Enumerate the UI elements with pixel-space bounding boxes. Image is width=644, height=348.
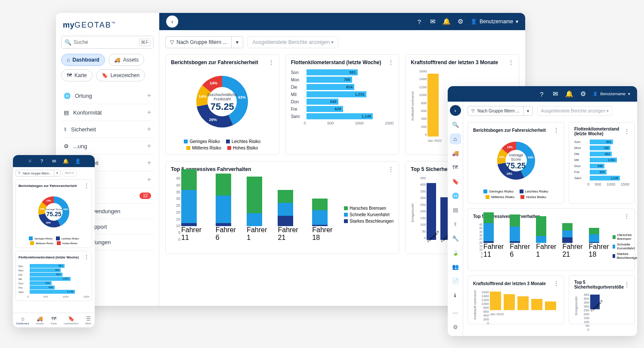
- card-menu-icon[interactable]: ⋮: [508, 59, 514, 66]
- safety-icon[interactable]: ⚕: [450, 219, 461, 230]
- pill-icon: ⌂: [67, 57, 70, 63]
- svg-text:14%: 14%: [210, 81, 217, 85]
- phone-window: ⑂ ? ✉ 🔔 👤 ▽ Nach Gruppe filtern...▾ Mehr…: [13, 155, 95, 327]
- expand-sidebar-button[interactable]: ›: [450, 105, 461, 116]
- pill-assets[interactable]: 🚚Assets: [108, 54, 144, 66]
- phone-tabbar: ⌂Dashboard🚚Assets🗺Karte🔖Lesezeichen☰Mehr: [13, 313, 95, 327]
- help-icon[interactable]: ?: [415, 18, 423, 25]
- nav-icon: 🌐: [64, 93, 71, 99]
- hidden-reports-toggle[interactable]: Ausgeblendete Berichte anzeigen ▾: [537, 106, 613, 116]
- user-icon: 👤: [471, 19, 477, 25]
- pill-icon: 🔖: [102, 72, 108, 78]
- bell-icon[interactable]: 🔔: [62, 157, 70, 165]
- svg-text:29%: 29%: [506, 172, 512, 175]
- bar-row: Sam1,145: [19, 290, 89, 294]
- bell-icon[interactable]: 🔔: [443, 18, 451, 25]
- svg-text:14%: 14%: [40, 208, 44, 210]
- gear-icon[interactable]: ⚙: [457, 18, 464, 25]
- svg-text:43%: 43%: [238, 95, 246, 99]
- nav-icon: ▤: [64, 109, 69, 116]
- user-menu[interactable]: 👤 Benutzername ▾: [471, 19, 518, 25]
- user-menu[interactable]: 👤Benutzername ▾: [593, 92, 630, 96]
- mail-icon[interactable]: ✉: [429, 18, 437, 25]
- pill-karte[interactable]: 🗺Karte: [61, 69, 93, 81]
- toolbar: ▽Nach Gruppe filtern ... ▾ Ausgeblendete…: [165, 36, 519, 48]
- globe-icon[interactable]: 🌐: [450, 190, 461, 201]
- report-icon[interactable]: 📄: [450, 276, 461, 286]
- gear-icon[interactable]: ⚙: [579, 90, 587, 98]
- pill-icon: 🚚: [114, 57, 121, 63]
- user-icon: 👤: [593, 92, 598, 96]
- hidden-reports-toggle[interactable]: Ausgeblendete Berichte anzeigen ▾: [248, 36, 338, 48]
- wrench-icon[interactable]: 🔧: [450, 233, 461, 244]
- tab-karte[interactable]: 🗺Karte: [51, 316, 57, 325]
- group-filter[interactable]: ▽ Nach Gruppe filtern...▾: [15, 170, 61, 177]
- group-filter[interactable]: ▽ Nach Gruppe filtern ...▾: [468, 106, 533, 116]
- card-menu-icon[interactable]: ⋮: [388, 59, 393, 66]
- svg-text:14%: 14%: [199, 94, 207, 99]
- pill-lesezeichen[interactable]: 🔖Lesezeichen: [96, 69, 145, 81]
- home-icon[interactable]: ⌂: [450, 134, 461, 144]
- bar-row: Fre629: [574, 170, 629, 174]
- bar-row: Don549: [574, 164, 629, 168]
- temp-icon[interactable]: 🌡: [450, 290, 461, 301]
- svg-text:14%: 14%: [499, 155, 505, 158]
- bar-row: Die824: [574, 152, 629, 156]
- bar-row: Die824: [19, 273, 89, 277]
- mail-icon[interactable]: ✉: [551, 90, 559, 98]
- map-icon[interactable]: 🗺: [450, 162, 461, 173]
- bell-icon[interactable]: 🔔: [565, 90, 573, 98]
- hierarchy-icon[interactable]: ⑂: [26, 157, 34, 165]
- pill-icon: 🗺: [67, 72, 72, 78]
- tab-assets[interactable]: 🚚Assets: [36, 316, 44, 325]
- nav-item[interactable]: ⚙...ung+: [61, 138, 154, 155]
- filter-icon: ▽: [170, 39, 174, 45]
- nav-item[interactable]: 🌐Ortung+: [61, 87, 154, 104]
- card-menu-icon[interactable]: ⋮: [268, 59, 274, 66]
- card-title: Flottenkilometerstand (letzte Woche): [291, 59, 381, 65]
- more-toggle[interactable]: Mehr ▾: [62, 170, 77, 177]
- user-icon[interactable]: 👤: [74, 157, 82, 165]
- mail-icon[interactable]: ✉: [50, 157, 58, 165]
- nav-item[interactable]: ⚕Sicherheit+: [61, 121, 154, 138]
- bar-row: Sam1,145: [574, 176, 629, 180]
- group-icon[interactable]: 👥: [450, 261, 461, 272]
- card-driver-safety: Berichtsbogen zur Fahrersicherheit⋮ 43%2…: [165, 54, 279, 155]
- logo: myGEOTAB™: [61, 17, 154, 36]
- search-icon: 🔍: [65, 39, 71, 46]
- bar-row: Don549: [19, 281, 89, 285]
- group-filter[interactable]: ▽Nach Gruppe filtern ... ▾: [165, 36, 243, 48]
- nav-icon: ⚕: [64, 126, 67, 133]
- search-shortcut: ⌘F: [139, 39, 150, 46]
- card-title: Berichtsbogen zur Fahrersicherheit: [171, 59, 258, 65]
- more-icon[interactable]: ⋯: [450, 308, 461, 318]
- collapse-sidebar-button[interactable]: ‹: [166, 16, 178, 28]
- help-icon[interactable]: ?: [38, 157, 46, 165]
- gear-icon[interactable]: ⚙: [450, 322, 461, 332]
- pill-dashboard[interactable]: ⌂Dashboard: [61, 54, 105, 66]
- compliance-icon[interactable]: ▤: [450, 205, 461, 215]
- tablet-window: ? ✉ 🔔 ⚙ 👤Benutzername ▾ › 🔍 ⌂ 🚚 🗺 🔖 🌐 ▤ …: [448, 86, 637, 336]
- svg-text:14%: 14%: [46, 199, 51, 202]
- bookmark-icon[interactable]: 🔖: [450, 176, 461, 187]
- tab-lesezeichen[interactable]: 🔖Lesezeichen: [64, 316, 78, 325]
- bar-row: Fre629: [19, 286, 89, 289]
- bar-row: Mit1,031: [574, 158, 629, 162]
- bar-row: Mon786: [574, 146, 629, 150]
- nav-item[interactable]: ▤Konformität+: [61, 104, 154, 121]
- tab-mehr[interactable]: ☰Mehr: [85, 316, 91, 325]
- card-menu-icon[interactable]: ⋮: [388, 166, 393, 173]
- card-title: Kraftstofftrend der letzten 3 Monate: [411, 59, 498, 65]
- tab-dashboard[interactable]: ⌂Dashboard: [16, 316, 29, 325]
- bar-row: Mon786: [19, 268, 89, 272]
- leaf-icon[interactable]: 🍃: [450, 247, 461, 258]
- bar-row: Son881: [574, 140, 629, 144]
- topbar: ⑂ ? ✉ 🔔 👤: [13, 155, 95, 167]
- svg-text:14%: 14%: [507, 146, 512, 149]
- bar-row: Don549: [291, 99, 394, 105]
- svg-text:43%: 43%: [63, 208, 68, 211]
- help-icon[interactable]: ?: [538, 90, 545, 98]
- search-icon[interactable]: 🔍: [450, 119, 461, 130]
- assets-icon[interactable]: 🚚: [450, 148, 461, 158]
- svg-text:29%: 29%: [46, 221, 51, 224]
